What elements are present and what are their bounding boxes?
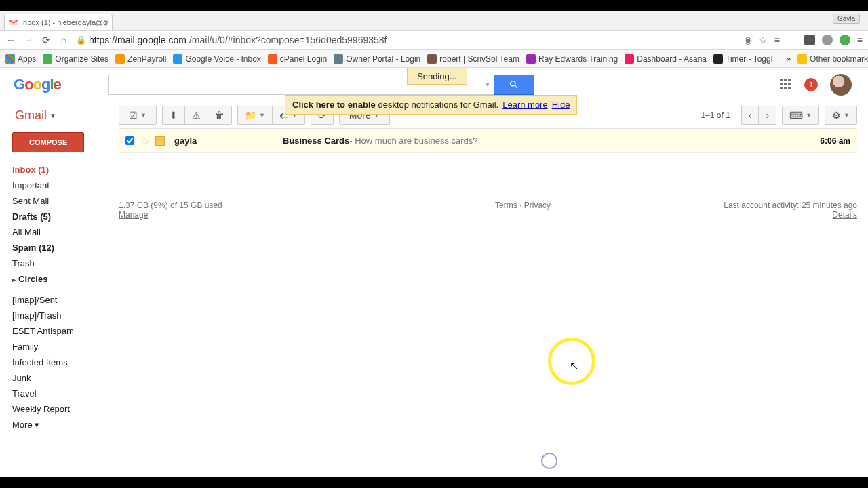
apps-shortcut[interactable]: Apps [5, 54, 36, 64]
ext-star-icon[interactable]: ☆ [759, 35, 768, 45]
gear-icon: ⚙ [832, 110, 841, 121]
sidebar-drafts[interactable]: Drafts (5) [12, 209, 119, 224]
other-bookmarks[interactable]: Other bookmarks [797, 54, 868, 64]
sidebar-eset[interactable]: ESET Antispam [12, 323, 119, 339]
delete-button[interactable]: 🗑 [208, 106, 232, 125]
row-subject: Business Cards [283, 136, 349, 146]
search-wrap: ▼ [108, 75, 534, 95]
page-counter: 1–1 of 1 [701, 110, 730, 120]
main-pane: ☑▼ ⬇ ⚠ 🗑 📁▼ 🏷▼ ⟳ More▼ 1–1 of 1 ‹ › ⌨▼ ⚙… [119, 102, 868, 477]
apps-grid-icon[interactable] [780, 79, 792, 91]
lock-icon: 🔒 [76, 35, 86, 45]
browser-tabstrip: Inbox (1) - hiebergayla@g × Gayla [0, 11, 868, 30]
account-avatar[interactable] [830, 74, 852, 96]
url-path: /mail/u/0/#inbox?compose=156d0ed59969358… [189, 35, 387, 45]
google-bar: Google ▼ Sending... Click here to enable… [0, 68, 868, 102]
ext-stack-icon[interactable]: ≡ [774, 35, 780, 45]
report-spam-button[interactable]: ⚠ [184, 106, 208, 125]
row-snippet: - How much are business cards? [349, 136, 477, 146]
input-tools-button[interactable]: ⌨▼ [782, 106, 819, 125]
notifications-bell[interactable]: 1 [804, 78, 818, 92]
ext-eye-icon[interactable]: ◉ [744, 35, 752, 45]
ext-shield-icon[interactable] [804, 35, 815, 45]
spam-icon: ⚠ [192, 110, 201, 121]
privacy-link[interactable]: Privacy [524, 201, 551, 210]
bookmark-zen[interactable]: ZenPayroll [115, 54, 166, 64]
bookmark-owner[interactable]: Owner Portal - Login [334, 54, 420, 64]
manage-link[interactable]: Manage [119, 210, 148, 220]
address-bar[interactable]: 🔒 https://mail.google.com/mail/u/0/#inbo… [76, 35, 737, 45]
bookmark-organize[interactable]: Organize Sites [43, 54, 108, 64]
sidebar-family[interactable]: Family [12, 339, 119, 354]
select-all-button[interactable]: ☑▼ [119, 106, 157, 125]
click-ripple [541, 453, 557, 469]
bookmark-toggl[interactable]: Timer - Toggl [713, 54, 772, 64]
email-row[interactable]: ☆ gayla Business Cards - How much are bu… [119, 129, 857, 153]
reload-icon[interactable]: ⟳ [41, 35, 52, 45]
learn-more-link[interactable]: Learn more [502, 100, 547, 110]
search-button[interactable] [494, 75, 534, 95]
sidebar-trash[interactable]: Trash [12, 256, 119, 271]
move-to-button[interactable]: 📁▼ [237, 106, 272, 125]
prev-page-button[interactable]: ‹ [741, 106, 759, 125]
letterbox-bottom [0, 477, 868, 488]
search-icon [509, 79, 519, 90]
forward-icon: → [23, 35, 34, 45]
bookmark-overflow-icon[interactable]: » [786, 54, 791, 64]
keyboard-icon: ⌨ [789, 110, 803, 121]
bookmark-robert[interactable]: robert | ScrivSol Team [427, 54, 519, 64]
sidebar-travel[interactable]: Travel [12, 386, 119, 401]
ext-circle1-icon[interactable] [822, 35, 833, 45]
home-icon[interactable]: ⌂ [58, 35, 69, 45]
sidebar-infected[interactable]: Infected Items [12, 354, 119, 370]
storage-text: 1.37 GB (9%) of 15 GB used [119, 201, 322, 210]
compose-button[interactable]: COMPOSE [12, 132, 84, 152]
gmail-favicon-icon [9, 18, 18, 27]
archive-button[interactable]: ⬇ [162, 106, 184, 125]
star-icon[interactable]: ☆ [141, 135, 150, 147]
bookmark-cpanel[interactable]: cPanel Login [268, 54, 327, 64]
hide-link[interactable]: Hide [552, 100, 570, 110]
sidebar-imap-trash[interactable]: [Imap]/Trash [12, 308, 119, 323]
sidebar-circles[interactable]: Circles [12, 271, 119, 287]
folder-icon: 📁 [245, 110, 256, 121]
sidebar-spam[interactable]: Spam (12) [12, 240, 119, 256]
details-link[interactable]: Details [832, 210, 857, 220]
bookmark-ray[interactable]: Ray Edwards Training [526, 54, 618, 64]
back-icon[interactable]: ← [5, 35, 16, 45]
next-page-button[interactable]: › [758, 106, 776, 125]
notification-banner: Click here to enable desktop notificatio… [285, 95, 577, 115]
sidebar-imap-sent[interactable]: [Imap]/Sent [12, 292, 119, 308]
ext-circle2-icon[interactable] [840, 35, 850, 45]
chrome-user-badge[interactable]: Gayla [833, 14, 860, 24]
tab-close-icon[interactable]: × [104, 17, 109, 27]
sidebar-junk[interactable]: Junk [12, 370, 119, 386]
row-sender: gayla [174, 136, 283, 146]
row-checkbox[interactable] [125, 136, 134, 145]
gmail-menu[interactable]: Gmail▼ [15, 108, 119, 123]
google-logo[interactable]: Google [14, 76, 61, 94]
bookmarks-bar: Apps Organize Sites ZenPayroll Google Vo… [0, 50, 868, 68]
terms-link[interactable]: Terms [495, 201, 517, 210]
importance-marker-icon[interactable] [155, 136, 165, 146]
letterbox-top [0, 0, 868, 11]
hamburger-icon[interactable]: ≡ [857, 35, 863, 45]
browser-tab[interactable]: Inbox (1) - hiebergayla@g × [4, 14, 113, 30]
ext-box-icon[interactable] [787, 35, 797, 45]
sending-toast: Sending... [407, 68, 467, 85]
footer: 1.37 GB (9%) of 15 GB used Manage Terms … [119, 201, 857, 220]
sidebar-important[interactable]: Important [12, 178, 119, 193]
browser-toolbar: ← → ⟳ ⌂ 🔒 https://mail.google.com/mail/u… [0, 30, 868, 50]
sidebar-more[interactable]: More ▾ [12, 417, 119, 432]
tab-title: Inbox (1) - hiebergayla@g [21, 18, 107, 26]
row-time: 6:06 am [820, 136, 850, 146]
bookmark-gvoice[interactable]: Google Voice - Inbox [173, 54, 260, 64]
sidebar-inbox[interactable]: Inbox (1) [12, 162, 119, 178]
search-options-dropdown[interactable]: ▼ [481, 75, 494, 95]
bookmark-asana[interactable]: Dashboard - Asana [625, 54, 707, 64]
settings-button[interactable]: ⚙▼ [825, 106, 857, 125]
url-host: https://mail.google.com [89, 35, 186, 45]
sidebar-weekly[interactable]: Weekly Report [12, 401, 119, 417]
sidebar-sent[interactable]: Sent Mail [12, 193, 119, 209]
sidebar-all[interactable]: All Mail [12, 224, 119, 240]
